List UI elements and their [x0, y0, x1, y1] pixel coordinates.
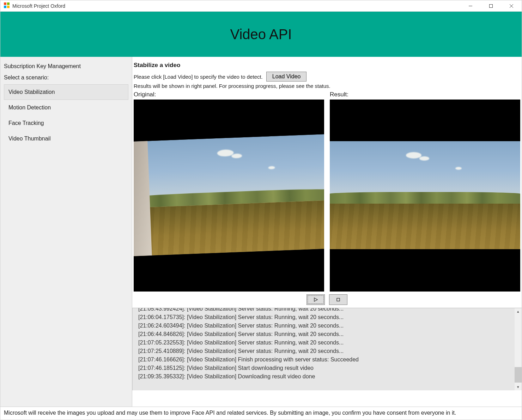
main-panel: Stabilize a video Please click [Load Vid… [132, 57, 522, 407]
section-title: Stabilize a video [134, 62, 518, 69]
svg-rect-9 [337, 298, 340, 301]
select-scenario-label: Select a scenario: [0, 73, 132, 84]
result-column: Result: [330, 91, 520, 292]
instruction-row: Please click [Load Video] to specify the… [134, 72, 518, 82]
log-line: [21:06:24.603494]: [Video Stabilization]… [138, 322, 516, 330]
status-log[interactable]: [21:05:43.992424]: [Video Stabilization]… [132, 308, 522, 390]
log-line: [21:07:46.185125]: [Video Stabilization]… [138, 364, 516, 372]
result-label: Result: [330, 91, 520, 98]
minimize-icon [468, 4, 473, 8]
original-frame-image [134, 134, 324, 256]
maximize-button[interactable] [481, 0, 501, 12]
microsoft-logo-icon [4, 2, 10, 9]
original-column: Original: [134, 91, 324, 292]
play-button[interactable] [306, 294, 325, 305]
log-line: [21:07:46.166626]: [Video Stabilization]… [138, 355, 516, 364]
scenario-video-thumbnail[interactable]: Video Thumbnail [4, 131, 128, 146]
subscription-key-link[interactable]: Subscription Key Management [0, 62, 132, 73]
log-line: [21:06:04.175735]: [Video Stabilization]… [138, 313, 516, 322]
scroll-down-icon[interactable]: ▾ [516, 384, 520, 390]
svg-rect-5 [490, 4, 493, 7]
maximize-icon [489, 4, 493, 8]
banner-title: Video API [230, 26, 292, 42]
play-icon [313, 297, 318, 302]
svg-rect-2 [4, 6, 6, 8]
playback-controls [132, 292, 522, 308]
close-button[interactable] [501, 0, 522, 12]
minimize-button[interactable] [460, 0, 481, 12]
load-video-button[interactable]: Load Video [266, 72, 307, 82]
banner: Video API [0, 12, 522, 57]
svg-rect-3 [7, 6, 10, 8]
scenario-label: Face Tracking [8, 120, 44, 126]
svg-rect-0 [4, 2, 6, 5]
log-line: [21:09:35.395332]: [Video Stabilization]… [138, 372, 516, 381]
close-icon [509, 4, 514, 8]
original-video[interactable] [134, 100, 324, 292]
footer-disclaimer: Microsoft will receive the images you up… [0, 407, 522, 420]
main-top: Stabilize a video Please click [Load Vid… [132, 57, 522, 90]
scenario-face-tracking[interactable]: Face Tracking [4, 115, 128, 131]
svg-marker-8 [314, 298, 317, 301]
scenario-video-stabilization[interactable]: Video Stabilization [4, 84, 128, 100]
scenario-label: Video Thumbnail [8, 136, 51, 142]
status-log-lines: [21:05:43.992424]: [Video Stabilization]… [133, 308, 522, 381]
content: Subscription Key Management Select a sce… [0, 57, 522, 407]
result-video[interactable] [330, 100, 520, 292]
stop-icon [336, 297, 341, 302]
scenario-label: Video Stabilization [8, 89, 55, 95]
scroll-thumb[interactable] [515, 367, 522, 383]
instruction-text: Please click [Load Video] to specify the… [134, 74, 263, 80]
titlebar: Microsoft Project Oxford [0, 0, 522, 12]
scenario-label: Motion Detection [8, 104, 51, 110]
scroll-up-icon[interactable]: ▴ [516, 308, 520, 315]
window-title: Microsoft Project Oxford [12, 3, 65, 9]
log-line: [21:06:44.846826]: [Video Stabilization]… [138, 330, 516, 338]
log-scrollbar[interactable]: ▴ ▾ [515, 308, 522, 390]
scenario-list: Video Stabilization Motion Detection Fac… [0, 84, 132, 146]
app-window: Microsoft Project Oxford Video API Subsc… [0, 0, 522, 420]
log-line: [21:05:43.992424]: [Video Stabilization]… [138, 308, 516, 313]
log-line: [21:07:05.232553]: [Video Stabilization]… [138, 338, 516, 347]
scenario-motion-detection[interactable]: Motion Detection [4, 100, 128, 115]
videos-row: Original: Result: [132, 90, 522, 292]
results-hint: Results will be shown in right panel. Fo… [134, 83, 518, 89]
result-frame-image [330, 141, 520, 249]
sidebar: Subscription Key Management Select a sce… [0, 57, 132, 407]
original-label: Original: [134, 91, 324, 98]
stop-button[interactable] [329, 294, 347, 305]
log-line: [21:07:25.410889]: [Video Stabilization]… [138, 347, 516, 355]
svg-rect-1 [7, 2, 10, 5]
